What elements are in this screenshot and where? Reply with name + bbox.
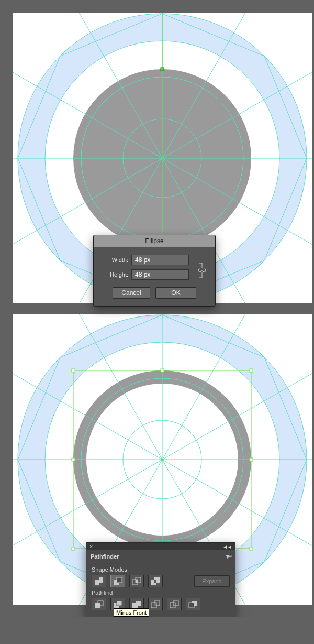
svg-rect-39 <box>117 577 122 583</box>
svg-rect-42 <box>136 580 138 583</box>
svg-rect-33 <box>250 547 253 550</box>
svg-rect-54 <box>154 603 156 606</box>
panel-menu-icon[interactable]: ▾≡ <box>226 553 231 560</box>
crop-icon[interactable] <box>148 598 163 610</box>
minus-back-icon[interactable] <box>186 598 200 610</box>
svg-rect-56 <box>173 601 178 606</box>
svg-rect-51 <box>136 601 141 606</box>
svg-rect-46 <box>95 603 100 608</box>
height-label: Height: <box>101 271 128 278</box>
intersect-icon[interactable] <box>129 575 144 587</box>
height-input[interactable]: 48 px <box>131 269 189 280</box>
svg-rect-31 <box>72 547 75 550</box>
svg-point-34 <box>161 459 164 461</box>
shape-modes-label: Shape Modes: <box>92 566 230 573</box>
cancel-button[interactable]: Cancel <box>113 287 150 299</box>
pathfinders-label: Pathfind <box>92 590 113 596</box>
outline-icon[interactable] <box>167 598 182 610</box>
minus-front-tooltip: Minus Front <box>114 608 149 617</box>
collapse-icon[interactable]: ◄◄ <box>222 544 232 550</box>
shape-modes-row: Expand <box>92 575 230 587</box>
minus-front-icon[interactable] <box>110 575 125 587</box>
svg-rect-27 <box>161 369 164 372</box>
svg-rect-49 <box>117 601 122 606</box>
svg-rect-26 <box>72 369 75 372</box>
screenshot-root: Ellipse Width: 48 px Height: 48 px Cance… <box>0 0 314 617</box>
close-icon[interactable]: × <box>89 543 93 550</box>
pathfinder-panel: × ◄◄ Pathfinder ▾≡ Shape Modes: <box>86 542 236 617</box>
exclude-icon[interactable] <box>148 575 163 587</box>
svg-point-35 <box>198 269 201 272</box>
svg-rect-13 <box>161 68 164 71</box>
svg-rect-58 <box>189 603 194 608</box>
divide-icon[interactable] <box>92 598 106 610</box>
svg-rect-28 <box>250 369 253 372</box>
ellipse-dialog: Ellipse Width: 48 px Height: 48 px Cance… <box>93 235 216 307</box>
width-input[interactable]: 48 px <box>131 255 189 265</box>
svg-point-36 <box>203 269 206 272</box>
panel-title[interactable]: Pathfinder <box>91 553 119 560</box>
svg-rect-55 <box>170 603 175 608</box>
svg-rect-29 <box>72 458 75 461</box>
unite-icon[interactable] <box>92 575 106 587</box>
expand-button[interactable]: Expand <box>194 575 230 587</box>
dialog-title[interactable]: Ellipse <box>94 235 215 247</box>
width-label: Width: <box>101 257 128 263</box>
svg-rect-30 <box>250 458 253 461</box>
svg-rect-45 <box>154 580 156 583</box>
pathfinders-row <box>92 598 230 610</box>
ok-button[interactable]: OK <box>155 287 196 299</box>
constrain-proportions-icon[interactable] <box>197 262 208 279</box>
